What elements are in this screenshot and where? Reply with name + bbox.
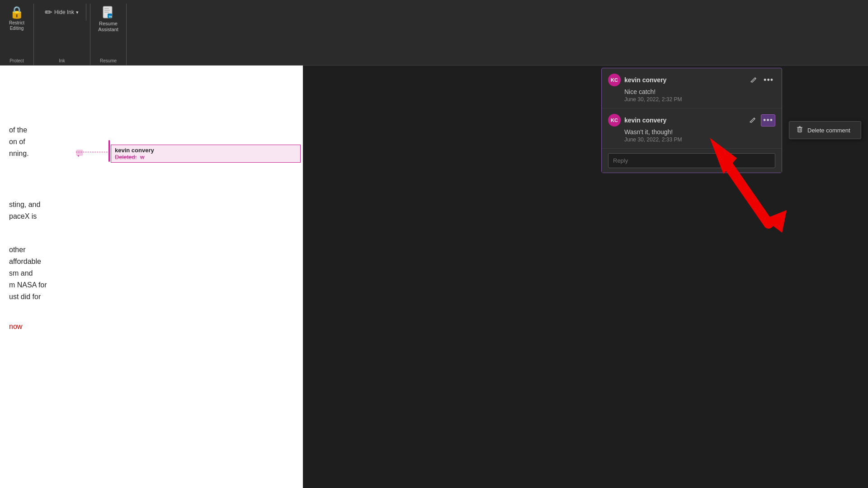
comment-time-2: June 30, 2022, 2:33 PM (624, 136, 775, 143)
comment-actions-2: ••• (747, 114, 775, 127)
reply-box (602, 149, 782, 173)
comment-bubble-icon[interactable] (76, 150, 84, 160)
comment-user-1: KC kevin convery (608, 74, 666, 86)
protect-group-label: Protect (9, 58, 24, 65)
doc-text-3: nning. (9, 148, 29, 160)
doc-text-4: sting, and (9, 199, 40, 211)
document-page: of the on of nning. sting, and paceX is … (0, 66, 303, 488)
delete-icon (796, 125, 804, 135)
comment-text-2: Wasn't it, though! (624, 128, 775, 136)
doc-text-10: m NASA for (9, 279, 47, 291)
resume-assistant-icon: in (101, 5, 116, 20)
main-area: of the on of nning. sting, and paceX is … (0, 66, 868, 488)
comment-user-2: KC kevin convery (608, 114, 666, 127)
avatar-2: KC (608, 114, 621, 127)
ink-group-buttons: ✏ Hide Ink ▾ (38, 4, 86, 21)
delete-comment-dropdown: Delete comment (789, 121, 861, 139)
svg-rect-3 (104, 12, 109, 13)
more-options-1-icon: ••• (764, 75, 774, 85)
ink-group-label: Ink (59, 58, 65, 65)
ribbon-protect-group: 🔒 Restrict Editing Protect (0, 4, 34, 65)
restrict-editing-icon: 🔒 (9, 5, 24, 19)
hide-ink-label: Hide Ink (54, 9, 74, 15)
svg-marker-7 (77, 155, 79, 157)
restrict-editing-label: Restrict Editing (9, 20, 24, 31)
comment-text-1: Nice catch! (624, 88, 775, 95)
comment-author-1: kevin convery (624, 76, 666, 84)
comment-time-1: June 30, 2022, 2:32 PM (624, 96, 775, 103)
edit-comment-1-button[interactable] (748, 75, 759, 84)
delete-comment-label[interactable]: Delete comment (807, 127, 850, 134)
svg-rect-10 (798, 128, 802, 132)
reply-input[interactable] (608, 153, 775, 168)
svg-line-8 (755, 78, 756, 79)
comment-header-1: KC kevin convery ••• (608, 74, 775, 86)
comment-thread: KC kevin convery ••• (601, 68, 782, 173)
hide-ink-dropdown-icon[interactable]: ▾ (76, 9, 79, 15)
doc-text-7: other (9, 244, 25, 256)
svg-rect-6 (76, 150, 83, 155)
restrict-editing-button[interactable]: 🔒 Restrict Editing (4, 4, 30, 33)
doc-text-9: sm and (9, 267, 33, 279)
track-change-deleted-text: w (140, 154, 144, 160)
comment-actions-1: ••• (748, 75, 775, 86)
document-area: of the on of nning. sting, and paceX is … (0, 66, 303, 488)
ribbon-resume-group: in Resume Assistant Resume (90, 4, 127, 65)
comment-item-1: KC kevin convery ••• (602, 68, 782, 108)
doc-text-12: now (9, 321, 22, 333)
edit-comment-2-button[interactable] (747, 116, 758, 125)
doc-text-8: affordable (9, 256, 41, 267)
track-change-annotation: kevin convery Deleted: w (111, 145, 301, 163)
doc-text-2: on of (9, 136, 25, 148)
comment-item-2: KC kevin convery ••• (602, 108, 782, 149)
doc-text-5: paceX is (9, 211, 37, 222)
comment-header-2: KC kevin convery ••• (608, 114, 775, 127)
track-change-deleted: Deleted: w (115, 154, 297, 160)
hide-ink-button[interactable]: ✏ Hide Ink ▾ (42, 5, 81, 19)
svg-line-9 (754, 118, 755, 119)
track-change-bar (108, 140, 110, 162)
more-options-2-button[interactable]: ••• (761, 114, 775, 127)
resume-group-label: Resume (100, 58, 117, 65)
track-change-author: kevin convery (115, 147, 297, 154)
track-change-deleted-label: Deleted: (115, 154, 137, 160)
avatar-1: KC (608, 74, 621, 86)
svg-rect-2 (104, 10, 110, 11)
svg-rect-1 (104, 8, 109, 9)
more-options-2-icon: ••• (763, 116, 773, 125)
svg-marker-17 (764, 210, 787, 233)
comment-panel-area: KC kevin convery ••• (303, 66, 868, 488)
ribbon-ink-group: ✏ Hide Ink ▾ Ink (34, 4, 90, 65)
svg-text:in: in (108, 14, 112, 19)
more-options-1-button[interactable]: ••• (762, 75, 775, 86)
resume-assistant-button[interactable]: in Resume Assistant (95, 4, 121, 34)
doc-text-1: of the (9, 124, 27, 136)
hide-ink-icon: ✏ (45, 7, 52, 18)
comment-author-2: kevin convery (624, 117, 666, 124)
resume-assistant-label: Resume Assistant (98, 21, 118, 33)
ribbon-toolbar: 🔒 Restrict Editing Protect ✏ Hide Ink ▾ … (0, 0, 868, 66)
doc-text-11: ust did for (9, 291, 41, 303)
